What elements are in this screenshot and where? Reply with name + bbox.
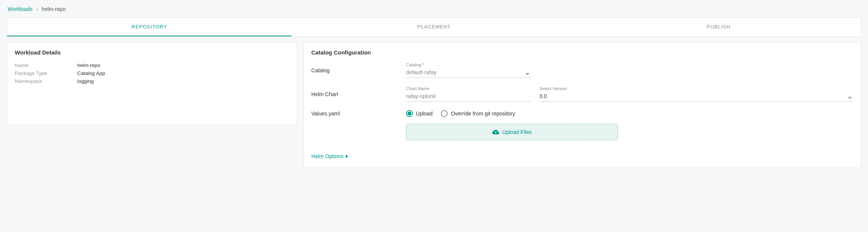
version-select-input[interactable] [539,92,853,102]
cfg-row-helm-chart: Helm Chart Chart Name Select Version [311,86,853,102]
chart-name-input[interactable] [406,92,531,102]
workload-details-card: Workload Details Name helm-repo Package … [7,42,297,125]
breadcrumb-root-link[interactable]: Workloads [8,6,33,12]
radio-override-label: Override from git repository [451,111,515,117]
catalog-config-card: Catalog Configuration Catalog Catalog * … [303,42,861,168]
cloud-upload-icon [492,129,499,135]
helm-options-toggle[interactable]: Helm Options [311,153,348,159]
detail-label-namespace: Namespace [15,78,77,84]
tab-publish[interactable]: PUBLISH [576,18,861,36]
upload-files-label: Upload Files [502,129,532,135]
detail-value-package-type: Catalog App [77,70,105,76]
radio-upload[interactable]: Upload [406,110,432,117]
catalog-field-label: Catalog * [406,62,531,67]
cfg-row-values-yaml: Values.yaml Upload Override from git rep… [311,110,853,117]
chevron-right-icon [346,154,348,158]
version-field-label: Select Version [539,86,853,91]
cfg-label-values-yaml: Values.yaml [311,111,406,117]
radio-override-git[interactable]: Override from git repository [441,110,515,117]
tab-placement[interactable]: PLACEMENT [292,18,576,36]
helm-options-label: Helm Options [311,153,343,159]
radio-icon [441,110,448,117]
cfg-label-catalog: Catalog [311,67,406,73]
values-yaml-radio-group: Upload Override from git repository [406,110,515,117]
tab-repository[interactable]: REPOSITORY [7,18,292,36]
radio-upload-label: Upload [416,111,432,117]
catalog-select-input[interactable] [406,68,531,78]
chart-name-field[interactable]: Chart Name [406,86,531,102]
detail-row-namespace: Namespace logging [15,78,289,84]
radio-icon [406,110,413,117]
tabs-bar: REPOSITORY PLACEMENT PUBLISH [7,17,861,37]
catalog-config-title: Catalog Configuration [311,49,853,56]
breadcrumb-separator: › [36,6,38,12]
detail-value-name: helm-repo [77,62,100,68]
version-select-field[interactable]: Select Version [539,86,853,102]
catalog-select-field[interactable]: Catalog * [406,62,531,78]
workload-details-title: Workload Details [15,49,289,56]
detail-label-name: Name [15,62,77,68]
cfg-row-catalog: Catalog Catalog * [311,62,853,78]
detail-label-package-type: Package Type [15,70,77,76]
breadcrumb: Workloads › helm-repo [7,5,861,14]
detail-value-namespace: logging [77,78,94,84]
upload-files-button[interactable]: Upload Files [406,124,618,140]
breadcrumb-current: helm-repo [42,6,66,12]
chart-name-field-label: Chart Name [406,86,531,91]
cfg-label-helm-chart: Helm Chart [311,91,406,97]
detail-row-package-type: Package Type Catalog App [15,70,289,76]
detail-row-name: Name helm-repo [15,62,289,68]
